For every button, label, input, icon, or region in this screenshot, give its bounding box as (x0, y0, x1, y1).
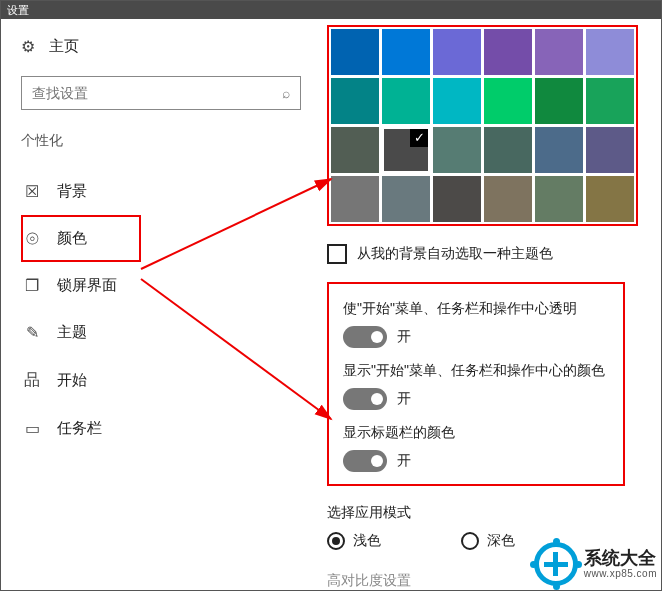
color-swatch-15[interactable] (484, 127, 532, 173)
watermark-title: 系统大全 (584, 549, 657, 569)
lock-screen-icon: ❐ (23, 276, 41, 295)
transparency-state: 开 (397, 328, 411, 346)
radio-dark[interactable] (461, 532, 479, 550)
color-swatch-4[interactable] (535, 29, 583, 75)
color-start-label: 显示"开始"菜单、任务栏和操作中心的颜色 (343, 362, 609, 380)
color-swatch-5[interactable] (586, 29, 634, 75)
transparency-toggle[interactable] (343, 326, 387, 348)
search-icon: ⌕ (282, 85, 290, 101)
sidebar-item-label: 背景 (57, 182, 87, 201)
search-box[interactable]: ⌕ (21, 76, 301, 110)
color-swatch-17[interactable] (586, 127, 634, 173)
taskbar-icon: ▭ (23, 419, 41, 438)
mode-light-option[interactable]: 浅色 (327, 532, 381, 550)
toggle-block: 使"开始"菜单、任务栏和操作中心透明 开 显示"开始"菜单、任务栏和操作中心的颜… (327, 282, 625, 486)
color-swatch-20[interactable] (433, 176, 481, 222)
sidebar-item-label: 主题 (57, 323, 87, 342)
color-swatch-13[interactable] (382, 127, 430, 173)
color-title-state: 开 (397, 452, 411, 470)
sidebar-item-2[interactable]: ❐锁屏界面 (21, 262, 301, 309)
color-title-toggle[interactable] (343, 450, 387, 472)
color-swatch-10[interactable] (535, 78, 583, 124)
color-swatch-9[interactable] (484, 78, 532, 124)
sidebar: ⚙ 主页 ⌕ 个性化 ☒背景⦾颜色❐锁屏界面✎主题品开始▭任务栏 (1, 19, 321, 590)
color-swatch-18[interactable] (331, 176, 379, 222)
home-row[interactable]: ⚙ 主页 (21, 37, 301, 56)
window-title-text: 设置 (7, 4, 29, 16)
sidebar-item-label: 开始 (57, 371, 87, 390)
sidebar-item-0[interactable]: ☒背景 (21, 168, 301, 215)
watermark-logo-icon (534, 542, 578, 586)
window-titlebar: 设置 (1, 1, 661, 19)
main-panel: 从我的背景自动选取一种主题色 使"开始"菜单、任务栏和操作中心透明 开 显示"开… (321, 19, 661, 590)
category-title: 个性化 (21, 132, 301, 150)
sidebar-item-1[interactable]: ⦾颜色 (21, 215, 141, 262)
sidebar-item-label: 锁屏界面 (57, 276, 117, 295)
start-icon: 品 (23, 370, 41, 391)
palette-icon: ⦾ (23, 230, 41, 248)
color-start-toggle[interactable] (343, 388, 387, 410)
watermark: 系统大全 www.xp85.com (534, 542, 657, 586)
radio-light[interactable] (327, 532, 345, 550)
color-swatch-21[interactable] (484, 176, 532, 222)
color-swatch-23[interactable] (586, 176, 634, 222)
auto-pick-label: 从我的背景自动选取一种主题色 (357, 245, 553, 263)
mode-light-label: 浅色 (353, 532, 381, 550)
image-icon: ☒ (23, 182, 41, 201)
transparency-label: 使"开始"菜单、任务栏和操作中心透明 (343, 300, 609, 318)
color-swatch-2[interactable] (433, 29, 481, 75)
theme-icon: ✎ (23, 323, 41, 342)
watermark-url: www.xp85.com (584, 568, 657, 579)
color-start-state: 开 (397, 390, 411, 408)
sidebar-item-label: 任务栏 (57, 419, 102, 438)
color-swatch-0[interactable] (331, 29, 379, 75)
color-title-label: 显示标题栏的颜色 (343, 424, 609, 442)
home-label: 主页 (49, 37, 79, 56)
gear-icon: ⚙ (21, 37, 35, 56)
sidebar-item-4[interactable]: 品开始 (21, 356, 301, 405)
color-swatch-7[interactable] (382, 78, 430, 124)
color-swatch-19[interactable] (382, 176, 430, 222)
color-swatch-3[interactable] (484, 29, 532, 75)
mode-title: 选择应用模式 (327, 504, 657, 522)
sidebar-item-3[interactable]: ✎主题 (21, 309, 301, 356)
color-palette (327, 25, 638, 226)
color-swatch-8[interactable] (433, 78, 481, 124)
auto-pick-row[interactable]: 从我的背景自动选取一种主题色 (327, 244, 657, 264)
color-swatch-16[interactable] (535, 127, 583, 173)
search-input[interactable] (32, 85, 282, 101)
color-swatch-6[interactable] (331, 78, 379, 124)
auto-pick-checkbox[interactable] (327, 244, 347, 264)
color-swatch-1[interactable] (382, 29, 430, 75)
color-swatch-12[interactable] (331, 127, 379, 173)
color-swatch-11[interactable] (586, 78, 634, 124)
mode-dark-label: 深色 (487, 532, 515, 550)
sidebar-item-5[interactable]: ▭任务栏 (21, 405, 301, 452)
mode-dark-option[interactable]: 深色 (461, 532, 515, 550)
color-swatch-14[interactable] (433, 127, 481, 173)
sidebar-item-label: 颜色 (57, 229, 87, 248)
color-swatch-22[interactable] (535, 176, 583, 222)
